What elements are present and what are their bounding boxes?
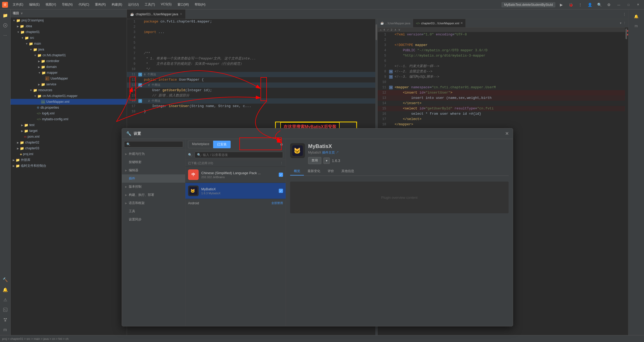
plugin-mybatisx-checkbox[interactable]: ✓ (279, 189, 283, 193)
run-button[interactable]: ▶ (558, 2, 565, 8)
menu-vcs[interactable]: VCS(S) (158, 1, 174, 8)
settings-nav-appearance[interactable]: ▶ 外观与行为 (122, 150, 185, 158)
settings-nav-keymap[interactable]: ▶ 按键映射 (122, 158, 185, 166)
gutter-arrow-13[interactable]: → (138, 83, 142, 87)
tree-item-scratch[interactable]: ▶ 📁 临时文件和控制台 (11, 163, 127, 169)
tree-item-chapter01[interactable]: ▼ 📁 chapter01 (11, 29, 127, 35)
editor-tab-usermapper-java[interactable]: ☕ chapter01\...\UserMapper.java ✕ (127, 10, 186, 19)
tree-item-mapper[interactable]: ▼ 📁 mapper (11, 70, 127, 76)
run-config-name[interactable]: MyBatisTest.deleteStudentByStuId (501, 2, 555, 7)
minimize-button[interactable]: — (615, 3, 623, 6)
menu-tools[interactable]: 工具(T) (142, 1, 158, 8)
detail-tab-more-info[interactable]: 其他信息 (338, 167, 358, 175)
settings-icon[interactable]: ⚙ (605, 2, 613, 8)
plugin-chinese-checkbox[interactable]: ✓ (279, 173, 283, 177)
sidebar-icon-maven[interactable]: m (1, 325, 10, 335)
plugin-item-chinese[interactable]: 中 Chinese (Simplified) Language Pack ...… (185, 167, 286, 183)
plugin-item-mybatisx[interactable]: 🐱 MyBatisX 1.6.3 MybatisX ✓ (185, 183, 286, 199)
editor-pane-tab-java[interactable]: ☕ ...\UserMapper.java (378, 19, 413, 27)
search-everywhere-icon[interactable]: 🔍 (596, 2, 603, 8)
settings-search-input[interactable] (124, 141, 183, 147)
menu-navigate[interactable]: 导航(N) (59, 1, 75, 8)
menu-help[interactable]: 帮助(H) (192, 1, 208, 8)
tree-item-usermapper[interactable]: ▶ J UserMapper (11, 76, 127, 81)
tree-item-test[interactable]: ▶ 📁 test (11, 122, 127, 128)
tree-item-db-props[interactable]: ▶ ⚙ db.properties (11, 105, 127, 110)
tree-item-cn-fvti[interactable]: ▼ 📁 cn.fvti.chapter01 (11, 52, 127, 58)
menu-refactor[interactable]: 重构(R) (92, 1, 108, 8)
debug-button[interactable]: 🐞 (567, 2, 574, 8)
menu-view[interactable]: 视图(V) (43, 1, 59, 8)
tree-item-log4j[interactable]: ▶ </> log4j.xml (11, 110, 127, 116)
tree-item-cn-mapper[interactable]: ▼ 📁 cn.fvti.chapter01.mapper (11, 93, 127, 99)
tree-item-resources[interactable]: ▼ 📁 resources (11, 87, 127, 93)
tree-item-controller[interactable]: ▶ 📁 controller (11, 58, 127, 64)
close-button[interactable]: ✕ (634, 3, 642, 6)
plugin-tab-marketplace[interactable]: Marketplace (188, 141, 213, 148)
close-tab-java[interactable]: ✕ (180, 12, 182, 16)
menu-window[interactable]: 窗口(W) (175, 1, 191, 8)
xml-gutter-8[interactable]: → (389, 70, 393, 73)
sidebar-icon-build[interactable]: 🔨 (1, 275, 10, 284)
tree-item-proj[interactable]: ▼ 📁 proj D:\ssm\proj (11, 17, 127, 23)
settings-nav-editor[interactable]: ▶ 编辑器 (122, 166, 185, 174)
tree-item-service[interactable]: ▶ 📁 service (11, 81, 127, 87)
plugin-settings-gear[interactable]: ⚙ (280, 143, 283, 146)
settings-nav-lang[interactable]: ▶ 语言和框架 (122, 199, 185, 207)
plugin-dropdown-button[interactable]: ▾ (323, 158, 330, 164)
editor-pane-more[interactable]: ⋮ (623, 21, 626, 25)
tree-item-java[interactable]: ▼ 📁 java (11, 47, 127, 52)
sidebar-icon-project[interactable]: 📁 (1, 11, 10, 20)
tree-item-chapter02[interactable]: ▶ 📁 chapter02 (11, 140, 127, 145)
sidebar-icon-more[interactable]: ··· (1, 31, 10, 40)
settings-nav-sync[interactable]: ▶ 设置同步 (122, 215, 185, 224)
settings-nav-plugins[interactable]: ▶ 插件 (122, 174, 185, 183)
tree-item-main[interactable]: ▼ 📁 main (11, 41, 127, 47)
settings-nav-tools[interactable]: ▶ 工具 (122, 207, 185, 215)
settings-nav-build[interactable]: ▶ 构建、执行、部署 (122, 191, 185, 199)
maven-panel-icon[interactable]: m (632, 21, 641, 31)
menu-run[interactable]: 运行(U) (125, 1, 141, 8)
menu-build[interactable]: 构建(B) (109, 1, 125, 8)
menu-code[interactable]: 代码(C) (76, 1, 92, 8)
plugin-list-more-btn[interactable]: ⋮ (280, 161, 283, 165)
menu-file[interactable]: 文件(E) (10, 1, 26, 8)
split-view-toggle[interactable]: ▾ (620, 21, 622, 25)
menu-edit[interactable]: 编辑(E) (26, 1, 42, 8)
maximize-button[interactable]: □ (625, 3, 632, 6)
tree-item-pom[interactable]: ▶ m pom.xml (11, 134, 127, 140)
tree-item-idea[interactable]: ▶ 📁 .idea (11, 23, 127, 29)
tab-overflow-menu[interactable]: ⋮ (621, 12, 628, 16)
plugin-item-android[interactable]: Android 全部禁用 (185, 199, 286, 207)
tree-item-mybatis-config[interactable]: ▶ </> mybatis-config.xml (11, 116, 127, 122)
plugin-disable-button[interactable]: 禁用 (308, 157, 321, 164)
tree-item-domain[interactable]: ▶ 📁 domain (11, 64, 127, 70)
settings-nav-vcs[interactable]: ▶ 版本控制 (122, 183, 185, 191)
dialog-close-button[interactable]: ✕ (505, 131, 509, 136)
tree-item-usermapper-xml[interactable]: ▶ XML UserMapper.xml (11, 99, 127, 105)
more-run-options[interactable]: ⋮ (577, 2, 584, 8)
plugin-homepage-link[interactable]: 插件主页 ↗ (322, 151, 339, 154)
tree-item-chapter03[interactable]: ▶ 📁 chapter03 (11, 145, 127, 151)
sidebar-icon-notifications[interactable]: 🔔 (1, 285, 10, 294)
scrollbar-right[interactable] (625, 27, 628, 335)
notifications-panel-icon[interactable]: 🔔 (632, 12, 641, 21)
editor-pane-tab-xml[interactable]: </> chapter01\...\UserMapper.xml ✕ (413, 19, 465, 27)
detail-tab-overview[interactable]: 概览 (290, 167, 304, 175)
gutter-arrow-11[interactable]: → (138, 73, 142, 76)
xml-gutter-9[interactable]: → (389, 75, 393, 79)
sidebar-icon-problems[interactable]: ⚠ (1, 295, 10, 304)
sidebar-icon-git[interactable] (1, 21, 10, 30)
plugin-search-input[interactable] (195, 152, 283, 158)
tree-item-proj-iml[interactable]: ▶ ◈ proj.iml (11, 151, 127, 157)
sidebar-icon-structure[interactable] (1, 315, 10, 325)
gutter-arrow-16[interactable]: → (138, 99, 142, 103)
detail-tab-reviews[interactable]: 评价 (324, 167, 338, 175)
account-icon[interactable]: 👤 (586, 2, 593, 8)
xml-gutter-11[interactable]: → (389, 86, 393, 89)
detail-tab-changelog[interactable]: 最新变化 (304, 167, 324, 175)
tree-item-src[interactable]: ▼ 📁 src (11, 35, 127, 41)
tree-item-external-libs[interactable]: ▶ 📁 外部库 (11, 157, 127, 163)
plugin-tab-installed[interactable]: 已安装 (213, 141, 231, 148)
disable-all-button[interactable]: 全部禁用 (271, 201, 283, 205)
